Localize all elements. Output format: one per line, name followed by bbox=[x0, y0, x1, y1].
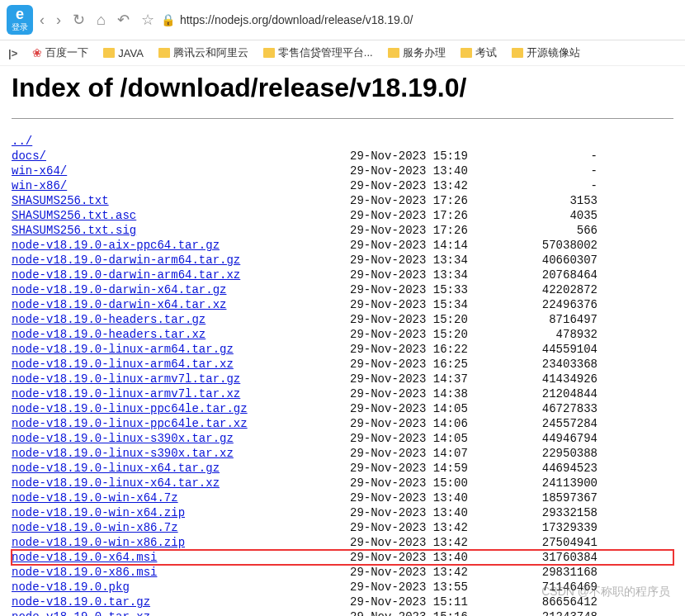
file-link[interactable]: node-v18.19.0-headers.tar.xz bbox=[12, 328, 206, 341]
file-link[interactable]: node-v18.19.0-linux-x64.tar.gz bbox=[12, 462, 220, 475]
file-name-cell: win-x86/ bbox=[12, 178, 350, 193]
file-link[interactable]: node-v18.19.0-linux-x64.tar.xz bbox=[12, 476, 220, 490]
file-date-cell: 29-Nov-2023 16:22 bbox=[350, 342, 498, 357]
file-link[interactable]: node-v18.19.0-darwin-x64.tar.xz bbox=[12, 298, 226, 311]
file-link[interactable]: node-v18.19.0-linux-arm64.tar.xz bbox=[12, 358, 234, 371]
file-name-cell: node-v18.19.0-win-x86.7z bbox=[12, 520, 350, 535]
file-link[interactable]: node-v18.19.0-aix-ppc64.tar.gz bbox=[12, 239, 220, 252]
back-icon[interactable]: ‹ bbox=[40, 12, 45, 29]
file-size-cell: - bbox=[498, 178, 598, 193]
file-name-cell: node-v18.19.0-darwin-x64.tar.gz bbox=[12, 282, 350, 297]
file-size-cell: 24557284 bbox=[498, 416, 598, 431]
file-name-cell: node-v18.19.0-linux-s390x.tar.gz bbox=[12, 431, 350, 446]
file-row: node-v18.19.0.tar.xz29-Nov-2023 15:16212… bbox=[12, 609, 673, 616]
file-row: node-v18.19.0-linux-s390x.tar.gz29-Nov-2… bbox=[12, 431, 673, 446]
page-content: Index of /download/release/v18.19.0/ ../… bbox=[0, 73, 685, 616]
file-link[interactable]: node-v18.19.0-linux-ppc64le.tar.xz bbox=[12, 417, 248, 430]
file-link[interactable]: win-x86/ bbox=[12, 179, 67, 192]
file-link[interactable]: docs/ bbox=[12, 149, 46, 163]
file-size-cell: 44694523 bbox=[498, 461, 598, 476]
file-name-cell: SHASUMS256.txt bbox=[12, 193, 350, 208]
file-date-cell: 29-Nov-2023 13:34 bbox=[350, 253, 498, 268]
file-link[interactable]: node-v18.19.0-darwin-x64.tar.gz bbox=[12, 283, 226, 296]
file-name-cell: node-v18.19.0-linux-x64.tar.xz bbox=[12, 476, 350, 490]
file-link[interactable]: node-v18.19.0-x64.msi bbox=[12, 551, 157, 564]
bookmark-label: 考试 bbox=[475, 45, 497, 60]
address-bar[interactable]: 🔒 https://nodejs.org/download/release/v1… bbox=[161, 13, 678, 26]
file-date-cell: 29-Nov-2023 15:19 bbox=[350, 149, 498, 163]
file-link[interactable]: node-v18.19.0-linux-armv7l.tar.xz bbox=[12, 387, 240, 400]
file-link[interactable]: node-v18.19.0-linux-armv7l.tar.gz bbox=[12, 372, 240, 386]
home-icon[interactable]: ⌂ bbox=[97, 12, 106, 29]
file-name-cell: node-v18.19.0-darwin-x64.tar.xz bbox=[12, 297, 350, 312]
file-name-cell: node-v18.19.0-linux-armv7l.tar.gz bbox=[12, 372, 350, 386]
file-row: node-v18.19.0.pkg29-Nov-2023 13:55711464… bbox=[12, 580, 673, 595]
bookmark-item[interactable]: 零售信贷管理平台... bbox=[263, 45, 373, 60]
file-link[interactable]: node-v18.19.0-linux-s390x.tar.xz bbox=[12, 447, 234, 460]
file-link[interactable]: SHASUMS256.txt.sig bbox=[12, 224, 136, 237]
file-link[interactable]: SHASUMS256.txt bbox=[12, 194, 109, 207]
file-link[interactable]: node-v18.19.0-headers.tar.gz bbox=[12, 313, 206, 326]
file-link[interactable]: node-v18.19.0.tar.xz bbox=[12, 610, 150, 616]
file-link[interactable]: node-v18.19.0-linux-s390x.tar.gz bbox=[12, 432, 234, 445]
file-size-cell: 57038002 bbox=[498, 238, 598, 253]
file-link[interactable]: node-v18.19.0-linux-ppc64le.tar.gz bbox=[12, 402, 248, 415]
file-size-cell: 71146469 bbox=[498, 580, 598, 595]
file-link[interactable]: node-v18.19.0-win-x86.7z bbox=[12, 521, 178, 534]
file-size-cell: 29831168 bbox=[498, 565, 598, 580]
divider bbox=[12, 118, 673, 119]
file-link[interactable]: node-v18.19.0.tar.gz bbox=[12, 595, 150, 609]
bookmark-item[interactable]: 腾讯云和阿里云 bbox=[158, 45, 248, 60]
login-badge[interactable]: e 登录 bbox=[7, 5, 33, 35]
file-date-cell: 29-Nov-2023 14:06 bbox=[350, 416, 498, 431]
file-name-cell: win-x64/ bbox=[12, 163, 350, 178]
file-name-cell: node-v18.19.0-x64.msi bbox=[12, 550, 350, 565]
file-link[interactable]: node-v18.19.0-win-x86.zip bbox=[12, 536, 185, 549]
file-size-cell: 29332158 bbox=[498, 505, 598, 520]
file-name-cell: node-v18.19.0-linux-arm64.tar.xz bbox=[12, 357, 350, 372]
bookmark-item[interactable]: JAVA bbox=[103, 47, 144, 59]
file-link[interactable]: node-v18.19.0-win-x64.zip bbox=[12, 506, 185, 519]
file-link[interactable]: ../ bbox=[12, 135, 32, 148]
file-row: node-v18.19.0-linux-armv7l.tar.xz29-Nov-… bbox=[12, 386, 673, 401]
forward-icon[interactable]: › bbox=[56, 12, 61, 29]
file-size-cell: - bbox=[498, 149, 598, 163]
file-row: node-v18.19.0-linux-x64.tar.gz29-Nov-202… bbox=[12, 461, 673, 476]
bookmark-item[interactable]: ❀百度一下 bbox=[32, 45, 88, 60]
bookmark-item[interactable]: |> bbox=[8, 47, 17, 59]
file-row: node-v18.19.0-headers.tar.xz29-Nov-2023 … bbox=[12, 327, 673, 342]
file-name-cell: node-v18.19.0-x86.msi bbox=[12, 565, 350, 580]
file-size-cell: 21243748 bbox=[498, 609, 598, 616]
file-date-cell: 29-Nov-2023 13:34 bbox=[350, 268, 498, 282]
file-listing: ../docs/29-Nov-2023 15:19-win-x64/29-Nov… bbox=[12, 134, 673, 616]
file-link[interactable]: node-v18.19.0-darwin-arm64.tar.gz bbox=[12, 254, 240, 267]
star-icon[interactable]: ☆ bbox=[141, 11, 154, 29]
file-row: node-v18.19.0-darwin-arm64.tar.gz29-Nov-… bbox=[12, 253, 673, 268]
file-link[interactable]: node-v18.19.0.pkg bbox=[12, 580, 130, 594]
file-link[interactable]: win-x64/ bbox=[12, 164, 67, 178]
file-row: node-v18.19.0-headers.tar.gz29-Nov-2023 … bbox=[12, 312, 673, 327]
bookmark-item[interactable]: 开源镜像站 bbox=[512, 45, 580, 60]
file-row: node-v18.19.0-linux-s390x.tar.xz29-Nov-2… bbox=[12, 446, 673, 461]
file-link[interactable]: node-v18.19.0-x86.msi bbox=[12, 566, 157, 579]
file-size-cell: 21204844 bbox=[498, 386, 598, 401]
bookmark-item[interactable]: 服务办理 bbox=[388, 45, 446, 60]
undo-icon[interactable]: ↶ bbox=[117, 11, 130, 29]
file-row: SHASUMS256.txt.asc29-Nov-2023 17:264035 bbox=[12, 208, 673, 223]
bookmark-item[interactable]: 考试 bbox=[461, 45, 497, 60]
bookmark-label: 服务办理 bbox=[403, 45, 446, 60]
folder-icon bbox=[388, 48, 399, 58]
folder-icon bbox=[461, 48, 472, 58]
file-link[interactable]: node-v18.19.0-darwin-arm64.tar.xz bbox=[12, 268, 240, 282]
file-row: ../ bbox=[12, 134, 673, 149]
file-date-cell: 29-Nov-2023 15:11 bbox=[350, 595, 498, 609]
file-name-cell: node-v18.19.0-linux-arm64.tar.gz bbox=[12, 342, 350, 357]
file-date-cell: 29-Nov-2023 14:07 bbox=[350, 446, 498, 461]
file-link[interactable]: node-v18.19.0-linux-arm64.tar.gz bbox=[12, 343, 234, 356]
file-link[interactable]: SHASUMS256.txt.asc bbox=[12, 209, 136, 222]
file-size-cell: 41434926 bbox=[498, 372, 598, 386]
file-date-cell: 29-Nov-2023 13:42 bbox=[350, 535, 498, 550]
file-link[interactable]: node-v18.19.0-win-x64.7z bbox=[12, 491, 178, 505]
reload-icon[interactable]: ↻ bbox=[73, 11, 85, 29]
file-name-cell: node-v18.19.0-linux-armv7l.tar.xz bbox=[12, 386, 350, 401]
